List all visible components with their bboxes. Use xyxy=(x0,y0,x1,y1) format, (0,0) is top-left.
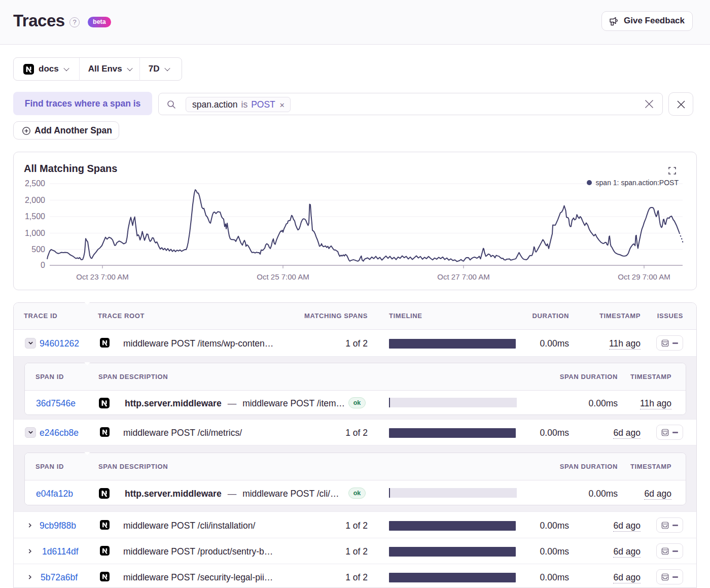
svg-text:0: 0 xyxy=(41,261,45,269)
svg-text:500: 500 xyxy=(31,245,45,254)
svg-text:Oct 23 7:00 AM: Oct 23 7:00 AM xyxy=(76,272,128,281)
svg-text:1,000: 1,000 xyxy=(25,229,45,237)
svg-text:1,500: 1,500 xyxy=(25,212,45,221)
svg-text:2,500: 2,500 xyxy=(25,179,45,188)
svg-text:Oct 29 7:00 AM: Oct 29 7:00 AM xyxy=(618,272,670,281)
svg-text:Oct 25 7:00 AM: Oct 25 7:00 AM xyxy=(257,272,309,281)
svg-text:2,000: 2,000 xyxy=(25,196,45,204)
svg-text:Oct 27 7:00 AM: Oct 27 7:00 AM xyxy=(437,272,489,281)
